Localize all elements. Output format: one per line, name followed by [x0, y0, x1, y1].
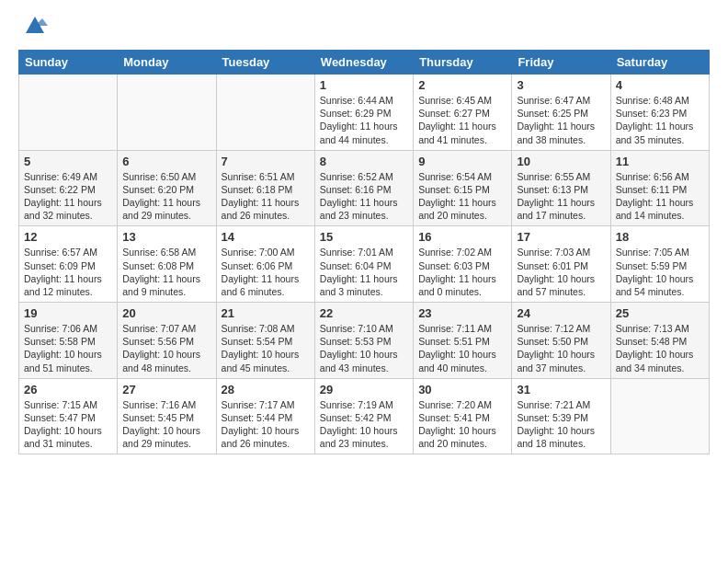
calendar-cell: 25Sunrise: 7:13 AM Sunset: 5:48 PM Dayli… — [610, 303, 709, 379]
day-info: Sunrise: 6:52 AM Sunset: 6:16 PM Dayligh… — [320, 170, 408, 223]
calendar-cell: 24Sunrise: 7:12 AM Sunset: 5:50 PM Dayli… — [512, 303, 610, 379]
day-info: Sunrise: 7:01 AM Sunset: 6:04 PM Dayligh… — [320, 246, 408, 298]
calendar-day-header: Friday — [512, 51, 610, 75]
calendar-cell — [216, 75, 314, 151]
calendar-cell: 3Sunrise: 6:47 AM Sunset: 6:25 PM Daylig… — [512, 75, 610, 151]
day-number: 9 — [418, 155, 506, 168]
calendar-cell: 15Sunrise: 7:01 AM Sunset: 6:04 PM Dayli… — [314, 226, 413, 303]
calendar-cell: 1Sunrise: 6:44 AM Sunset: 6:29 PM Daylig… — [314, 75, 413, 151]
calendar-day-header: Thursday — [414, 51, 512, 75]
calendar-day-header: Saturday — [610, 51, 709, 75]
calendar-cell — [610, 378, 709, 454]
day-number: 26 — [24, 383, 112, 396]
calendar-cell: 16Sunrise: 7:02 AM Sunset: 6:03 PM Dayli… — [414, 226, 512, 303]
calendar-cell: 31Sunrise: 7:21 AM Sunset: 5:39 PM Dayli… — [512, 378, 610, 454]
calendar-cell: 13Sunrise: 6:58 AM Sunset: 6:08 PM Dayli… — [118, 226, 216, 303]
day-info: Sunrise: 6:51 AM Sunset: 6:18 PM Dayligh… — [222, 170, 310, 223]
calendar-cell — [19, 75, 118, 151]
day-info: Sunrise: 7:15 AM Sunset: 5:47 PM Dayligh… — [24, 398, 112, 451]
day-info: Sunrise: 7:10 AM Sunset: 5:53 PM Dayligh… — [320, 322, 408, 374]
day-number: 30 — [418, 383, 506, 396]
day-number: 16 — [418, 230, 506, 244]
day-number: 21 — [222, 306, 310, 320]
day-info: Sunrise: 7:08 AM Sunset: 5:54 PM Dayligh… — [222, 322, 310, 374]
day-number: 23 — [418, 306, 506, 320]
day-number: 3 — [517, 78, 605, 92]
day-info: Sunrise: 6:49 AM Sunset: 6:22 PM Dayligh… — [24, 170, 112, 223]
day-info: Sunrise: 7:21 AM Sunset: 5:39 PM Dayligh… — [517, 398, 605, 451]
page: SundayMondayTuesdayWednesdayThursdayFrid… — [0, 0, 728, 464]
day-info: Sunrise: 7:07 AM Sunset: 5:56 PM Dayligh… — [122, 322, 210, 374]
day-info: Sunrise: 7:02 AM Sunset: 6:03 PM Dayligh… — [418, 246, 506, 298]
day-number: 18 — [616, 230, 704, 244]
day-number: 17 — [517, 230, 605, 244]
day-number: 20 — [122, 306, 210, 320]
calendar-cell: 21Sunrise: 7:08 AM Sunset: 5:54 PM Dayli… — [216, 303, 314, 379]
day-info: Sunrise: 6:50 AM Sunset: 6:20 PM Dayligh… — [122, 170, 210, 223]
day-number: 12 — [24, 230, 112, 244]
day-info: Sunrise: 7:03 AM Sunset: 6:01 PM Dayligh… — [517, 246, 605, 298]
calendar-day-header: Sunday — [19, 51, 118, 75]
day-info: Sunrise: 6:57 AM Sunset: 6:09 PM Dayligh… — [24, 246, 112, 298]
calendar-week-row: 5Sunrise: 6:49 AM Sunset: 6:22 PM Daylig… — [19, 150, 710, 226]
day-info: Sunrise: 7:06 AM Sunset: 5:58 PM Dayligh… — [24, 322, 112, 374]
calendar-cell: 19Sunrise: 7:06 AM Sunset: 5:58 PM Dayli… — [19, 303, 118, 379]
day-info: Sunrise: 7:20 AM Sunset: 5:41 PM Dayligh… — [418, 398, 506, 451]
day-number: 31 — [517, 383, 605, 396]
day-number: 8 — [320, 155, 408, 168]
calendar-cell: 6Sunrise: 6:50 AM Sunset: 6:20 PM Daylig… — [118, 150, 216, 226]
day-info: Sunrise: 6:48 AM Sunset: 6:23 PM Dayligh… — [616, 94, 704, 146]
calendar-cell: 28Sunrise: 7:17 AM Sunset: 5:44 PM Dayli… — [216, 378, 314, 454]
day-info: Sunrise: 6:47 AM Sunset: 6:25 PM Dayligh… — [517, 94, 605, 146]
calendar-cell: 17Sunrise: 7:03 AM Sunset: 6:01 PM Dayli… — [512, 226, 610, 303]
calendar-week-row: 26Sunrise: 7:15 AM Sunset: 5:47 PM Dayli… — [19, 378, 710, 454]
day-number: 2 — [418, 78, 506, 92]
calendar-week-row: 1Sunrise: 6:44 AM Sunset: 6:29 PM Daylig… — [19, 75, 710, 151]
calendar-cell: 12Sunrise: 6:57 AM Sunset: 6:09 PM Dayli… — [19, 226, 118, 303]
day-info: Sunrise: 6:44 AM Sunset: 6:29 PM Dayligh… — [320, 94, 408, 146]
day-info: Sunrise: 7:13 AM Sunset: 5:48 PM Dayligh… — [616, 322, 704, 374]
day-number: 22 — [320, 306, 408, 320]
day-info: Sunrise: 7:16 AM Sunset: 5:45 PM Dayligh… — [122, 398, 210, 451]
day-number: 14 — [222, 230, 310, 244]
day-number: 29 — [320, 383, 408, 396]
day-info: Sunrise: 7:12 AM Sunset: 5:50 PM Dayligh… — [517, 322, 605, 374]
day-info: Sunrise: 6:58 AM Sunset: 6:08 PM Dayligh… — [122, 246, 210, 298]
calendar-header-row: SundayMondayTuesdayWednesdayThursdayFrid… — [19, 51, 710, 75]
calendar-day-header: Tuesday — [216, 51, 314, 75]
day-info: Sunrise: 6:45 AM Sunset: 6:27 PM Dayligh… — [418, 94, 506, 146]
calendar-cell — [118, 75, 216, 151]
day-info: Sunrise: 7:05 AM Sunset: 5:59 PM Dayligh… — [616, 246, 704, 298]
day-number: 25 — [616, 306, 704, 320]
day-number: 10 — [517, 155, 605, 168]
day-number: 1 — [320, 78, 408, 92]
calendar-cell: 10Sunrise: 6:55 AM Sunset: 6:13 PM Dayli… — [512, 150, 610, 226]
day-number: 24 — [517, 306, 605, 320]
day-info: Sunrise: 6:55 AM Sunset: 6:13 PM Dayligh… — [517, 170, 605, 223]
header — [18, 15, 710, 40]
day-number: 6 — [122, 155, 210, 168]
day-info: Sunrise: 6:54 AM Sunset: 6:15 PM Dayligh… — [418, 170, 506, 223]
calendar-week-row: 12Sunrise: 6:57 AM Sunset: 6:09 PM Dayli… — [19, 226, 710, 303]
calendar-cell: 7Sunrise: 6:51 AM Sunset: 6:18 PM Daylig… — [216, 150, 314, 226]
day-number: 19 — [24, 306, 112, 320]
calendar-cell: 30Sunrise: 7:20 AM Sunset: 5:41 PM Dayli… — [414, 378, 512, 454]
day-info: Sunrise: 7:00 AM Sunset: 6:06 PM Dayligh… — [222, 246, 310, 298]
calendar-cell: 2Sunrise: 6:45 AM Sunset: 6:27 PM Daylig… — [414, 75, 512, 151]
calendar-cell: 8Sunrise: 6:52 AM Sunset: 6:16 PM Daylig… — [314, 150, 413, 226]
calendar-cell: 11Sunrise: 6:56 AM Sunset: 6:11 PM Dayli… — [610, 150, 709, 226]
calendar-cell: 27Sunrise: 7:16 AM Sunset: 5:45 PM Dayli… — [118, 378, 216, 454]
day-number: 13 — [122, 230, 210, 244]
calendar-cell: 14Sunrise: 7:00 AM Sunset: 6:06 PM Dayli… — [216, 226, 314, 303]
calendar-cell: 20Sunrise: 7:07 AM Sunset: 5:56 PM Dayli… — [118, 303, 216, 379]
day-info: Sunrise: 6:56 AM Sunset: 6:11 PM Dayligh… — [616, 170, 704, 223]
day-number: 27 — [122, 383, 210, 396]
day-number: 7 — [222, 155, 310, 168]
calendar-cell: 9Sunrise: 6:54 AM Sunset: 6:15 PM Daylig… — [414, 150, 512, 226]
day-number: 11 — [616, 155, 704, 168]
calendar-day-header: Monday — [118, 51, 216, 75]
calendar-cell: 4Sunrise: 6:48 AM Sunset: 6:23 PM Daylig… — [610, 75, 709, 151]
calendar-cell: 26Sunrise: 7:15 AM Sunset: 5:47 PM Dayli… — [19, 378, 118, 454]
day-number: 4 — [616, 78, 704, 92]
logo-icon — [22, 13, 48, 39]
